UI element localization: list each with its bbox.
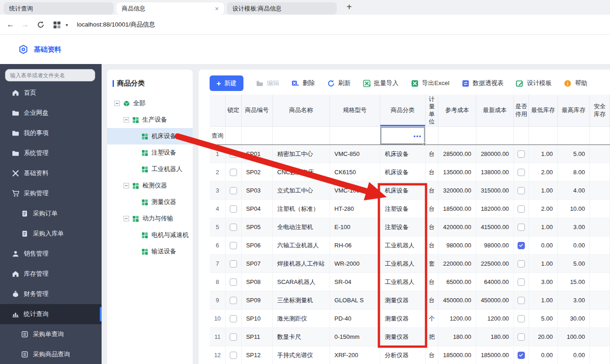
tree-node-机床设备[interactable]: 机床设备 [107, 128, 193, 145]
new-tab-button[interactable]: + [343, 1, 355, 13]
tab-product-info[interactable]: 商品信息 × [116, 2, 224, 15]
stopped-checkbox[interactable] [518, 150, 525, 158]
sidebar-search-input[interactable] [5, 69, 95, 81]
table-row[interactable]: 1SP01精密加工中心VMC-850机床设备台285000.00280000.0… [210, 145, 610, 163]
lock-checkbox[interactable] [230, 205, 237, 213]
column-header-规格型号[interactable]: 规格型号 [329, 95, 380, 127]
lock-checkbox[interactable] [230, 333, 237, 341]
table-row[interactable]: 2SP02CNC数控车床CK6150机床设备台135000.00138000.0… [210, 163, 610, 182]
column-header-安全库存[interactable]: 安全库存 [590, 95, 610, 127]
table-row[interactable]: 11SP11数显卡尺0-150mm测量仪器把180.00180.0020.001… [210, 328, 610, 346]
table-row[interactable]: 12SP12手持式光谱仪XRF-200分析仪器台185000.00185000.… [210, 346, 610, 364]
query-cell-最高库存[interactable] [557, 127, 589, 145]
stopped-checkbox[interactable] [518, 278, 525, 286]
sidebar-item-首页[interactable]: 首页 [0, 83, 102, 103]
lock-checkbox[interactable] [230, 150, 237, 158]
table-row[interactable]: 8SP08SCARA机器人SR-04工业机器人台65000.0064000.00… [210, 273, 610, 291]
tree-collapse-icon[interactable] [124, 117, 129, 123]
table-row[interactable]: 7SP07焊接机器人工作站WR-2000工业机器人套220000.0022500… [210, 255, 610, 273]
table-row[interactable]: 4SP04注塑机（标准）HT-280注塑设备台185000.00182000.0… [210, 200, 610, 218]
column-header-最高库存[interactable]: 最高库存 [557, 95, 589, 127]
table-row[interactable]: 9SP09三坐标测量机GLOBAL S测量仪器台450000.00450000.… [210, 291, 610, 310]
stopped-checkbox[interactable] [518, 315, 525, 322]
reload-icon[interactable] [35, 15, 47, 35]
close-icon[interactable]: × [211, 5, 219, 12]
toolbar-button-导出Excel[interactable]: 导出Excel [411, 79, 449, 87]
sidebar-item-我的事项[interactable]: 我的事项 [0, 123, 102, 143]
table-row[interactable]: 10SP10激光测距仪PD-40测量仪器个1200.001200.005.003… [210, 310, 610, 328]
table-row[interactable]: 3SP03立式加工中心VMC-1060机床设备台320000.00315000.… [210, 182, 610, 200]
tree-node-动力与传输[interactable]: 动力与传输 [107, 210, 193, 227]
tree-collapse-icon[interactable] [114, 101, 120, 106]
sidebar-item-采购商品查询[interactable]: 采购商品查询 [0, 344, 102, 364]
column-header-商品分类[interactable]: 商品分类 [380, 95, 425, 127]
query-cell-是否停用[interactable] [514, 127, 529, 145]
lock-checkbox[interactable] [230, 260, 237, 268]
tree-node-全部[interactable]: 全部 [107, 95, 193, 112]
lock-checkbox[interactable] [230, 242, 237, 249]
forward-icon[interactable]: → [19, 15, 31, 35]
toolbar-button-刷新[interactable]: 刷新 [327, 79, 351, 87]
toolbar-button-新建[interactable]: +新建 [210, 75, 243, 91]
column-header-商品名称[interactable]: 商品名称 [272, 95, 329, 127]
toolbar-button-帮助[interactable]: 帮助 [564, 79, 587, 87]
lock-checkbox[interactable] [230, 297, 237, 304]
column-header-是否停用[interactable]: 是否停用 [514, 95, 529, 127]
lock-checkbox[interactable] [230, 224, 237, 231]
stopped-checkbox[interactable] [518, 352, 525, 359]
column-header-商品编号[interactable]: 商品编号 [241, 95, 272, 127]
tree-collapse-icon[interactable] [124, 183, 129, 188]
query-cell-最新成本[interactable] [476, 127, 513, 145]
query-cell-商品分类[interactable]: ••• [380, 127, 425, 145]
sidebar-item-采购订单[interactable]: 采购订单 [0, 203, 102, 224]
lock-checkbox[interactable] [230, 169, 237, 176]
toolbar-button-批量导入[interactable]: 批量导入 [363, 79, 399, 87]
stopped-checkbox[interactable] [518, 224, 525, 231]
column-header-参考成本[interactable]: 参考成本 [438, 95, 476, 127]
query-cell-label[interactable]: 查询 [210, 127, 226, 145]
sidebar-item-财务管理[interactable]: 财务管理 [0, 284, 102, 304]
tree-node-生产设备[interactable]: 生产设备 [107, 112, 193, 128]
column-header-最低库存[interactable]: 最低库存 [529, 95, 557, 127]
lock-checkbox[interactable] [230, 187, 237, 194]
back-icon[interactable]: ← [5, 15, 16, 35]
sidebar-item-销售管理[interactable]: 销售管理 [0, 244, 102, 264]
query-cell-参考成本[interactable] [438, 127, 476, 145]
sidebar-item-采购管理[interactable]: 采购管理 [0, 183, 102, 203]
apps-grid-icon[interactable] [51, 15, 62, 35]
table-row[interactable]: 5SP05全电动注塑机E-100注塑设备台420000.00415000.001… [210, 218, 610, 236]
stopped-checkbox[interactable] [518, 242, 525, 249]
tab-statistics-query[interactable]: 统计查询 [4, 2, 113, 15]
toolbar-button-数据透视表[interactable]: 数据透视表 [462, 79, 504, 87]
column-header-计量单位[interactable]: 计量单位 [425, 95, 438, 127]
stopped-checkbox[interactable] [518, 187, 525, 194]
column-header-row-number[interactable] [210, 95, 226, 127]
stopped-checkbox[interactable] [518, 297, 525, 304]
toolbar-button-编辑[interactable]: 编辑 [256, 79, 279, 87]
stopped-checkbox[interactable] [518, 205, 525, 213]
sidebar-item-库存管理[interactable]: 库存管理 [0, 264, 102, 284]
tree-node-工业机器人[interactable]: 工业机器人 [107, 161, 193, 177]
chevron-down-icon[interactable]: ▾ [63, 15, 70, 35]
query-cell-商品名称[interactable] [272, 127, 329, 145]
tree-collapse-icon[interactable] [124, 216, 129, 221]
lock-checkbox[interactable] [230, 352, 237, 359]
stopped-checkbox[interactable] [518, 260, 525, 268]
tree-node-输送设备[interactable]: 输送设备 [107, 243, 193, 260]
sidebar-item-采购入库单[interactable]: 采购入库单 [0, 224, 102, 244]
sidebar-item-系统管理[interactable]: 系统管理 [0, 143, 102, 163]
query-cell-商品编号[interactable] [241, 127, 272, 145]
address-bar-url[interactable]: localhost:88/10001/商品信息 [77, 15, 155, 35]
query-cell-规格型号[interactable] [329, 127, 380, 145]
stopped-checkbox[interactable] [518, 169, 525, 176]
tree-node-电机与减速机[interactable]: 电机与减速机 [107, 227, 193, 243]
stopped-checkbox[interactable] [518, 333, 525, 341]
tab-design-template[interactable]: 设计模板:商品信息 [227, 2, 337, 15]
lock-checkbox[interactable] [230, 315, 237, 322]
sidebar-item-企业网盘[interactable]: 企业网盘 [0, 103, 102, 123]
lock-checkbox[interactable] [230, 278, 237, 286]
query-cell-锁定[interactable] [226, 127, 241, 145]
category-filter-ellipsis-button[interactable]: ••• [414, 132, 422, 139]
sidebar-item-基础资料[interactable]: 基础资料 [0, 163, 102, 183]
column-header-最新成本[interactable]: 最新成本 [476, 95, 513, 127]
